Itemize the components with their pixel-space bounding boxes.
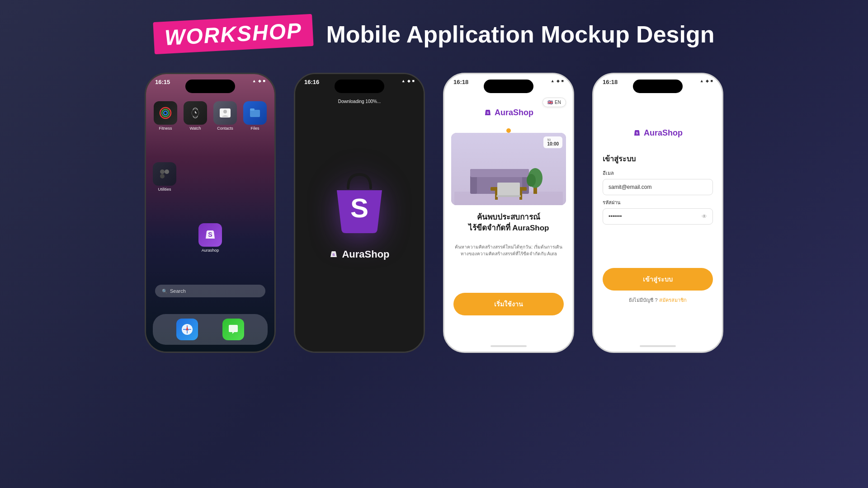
svg-text:S: S [636,131,638,135]
password-input[interactable]: ••••••• 👁 [603,208,713,225]
workshop-badge: WORKSHOP [153,14,313,54]
dynamic-island-3 [484,80,533,93]
svg-rect-34 [496,195,521,197]
phone-4: 16:18 ▲ ◆ ■ S AuraShop เข้าสู่ระบบ [592,73,723,353]
hero-time: 10:00 [547,141,559,146]
svg-point-11 [160,169,165,174]
phone-3: 16:18 ▲ ◆ ■ 🇬🇧 EN S AuraShop [443,73,574,353]
email-value: samit@email.com [609,184,652,190]
aurashop-app-icon: S [198,223,222,247]
downloading-text: Downloading 100%... [338,99,381,104]
page-title: Mobile Application Mockup Design [326,21,715,48]
svg-rect-10 [250,108,255,111]
wifi-icon-3: ◆ [557,79,560,83]
svg-point-12 [165,169,169,174]
utilities-row: Utilities [153,162,176,192]
phone2-time: 16:16 [304,79,319,85]
svg-text:S: S [208,231,212,238]
phone1-dock [153,314,268,345]
phone3-time: 16:18 [453,79,468,85]
app-contacts[interactable]: Contacts [212,101,238,131]
battery-icon: ■ [263,79,265,83]
hero-inner: 50 10:00 [451,133,566,205]
signal-icon-4: ▲ [700,79,704,83]
phone4-brand: S AuraShop [633,128,683,138]
email-input[interactable]: samit@email.com [603,179,713,195]
svg-text:S: S [487,111,489,114]
start-button[interactable]: เริ่มใช้งาน [453,293,564,315]
signup-link[interactable]: สมัครสมาชิก [659,297,687,303]
orange-dot [506,128,511,133]
flag-icon: 🇬🇧 [547,100,553,105]
phone4-background: 16:18 ▲ ◆ ■ S AuraShop เข้าสู่ระบบ [594,74,722,352]
search-text: Search [170,288,186,294]
app-fitness[interactable]: Fitness [153,101,178,131]
wifi-icon-4: ◆ [706,79,709,83]
battery-icon-4: ■ [711,79,713,83]
title-line2: ไร้ขีดจำกัดที่ AuraShop [451,223,566,234]
app-watch[interactable]: Watch [183,101,208,131]
dynamic-island-2 [335,80,384,93]
fitness-label: Fitness [159,126,172,131]
wifi-icon-2: ◆ [407,79,410,83]
dynamic-island-4 [633,80,683,93]
app-utilities[interactable]: Utilities [153,162,176,192]
utilities-icon [153,162,176,186]
no-account-text: ยังไม่มีบัญชี ? [629,297,657,303]
phone-2: 16:16 ▲ ◆ ■ Downloading 100%... [294,73,425,353]
hero-image: 50 10:00 [451,133,566,205]
phone2-brand: S AuraShop [329,249,389,260]
contacts-icon [213,101,237,125]
svg-text:S: S [350,193,368,223]
password-value: ••••••• [609,213,622,220]
svg-point-13 [160,174,165,178]
signal-icon: ▲ [252,79,256,83]
safari-dock-icon[interactable] [176,319,198,340]
phone1-app-grid: Fitness Watch [153,101,268,131]
phone3-brand: S AuraShop [484,108,533,117]
phone1-aurashop-app[interactable]: S Aurashop [198,223,222,253]
email-label: อีเมล [603,169,713,177]
phone2-brand-name: AuraShop [342,249,389,260]
phone4-time: 16:18 [603,79,618,85]
splash-bag: S [328,165,391,239]
phone3-background: 16:18 ▲ ◆ ■ 🇬🇧 EN S AuraShop [444,74,573,352]
title-line1: ค้นพบประสบการณ์ [451,212,566,223]
email-form-group: อีเมล samit@email.com [603,169,713,195]
hero-overlay-text: 50 [547,138,559,141]
battery-icon-3: ■ [561,79,564,83]
header: WORKSHOP Mobile Application Mockup Desig… [154,18,715,50]
phone1-search-bar[interactable]: 🔍 Search [155,285,265,297]
password-label: รหัสผ่าน [603,198,713,206]
svg-text:S: S [333,253,335,257]
dynamic-island [185,80,235,93]
app-files[interactable]: Files [242,101,268,131]
home-indicator-4 [640,345,676,347]
language-badge[interactable]: 🇬🇧 EN [542,98,566,107]
phone-1: 16:15 ▲ ◆ ■ [145,73,276,353]
messages-dock-icon[interactable] [222,319,244,340]
phone4-brand-name: AuraShop [644,128,683,138]
svg-point-2 [164,111,167,115]
svg-point-1 [162,109,169,117]
utilities-label: Utilities [158,187,171,192]
watch-icon [184,101,207,125]
onboarding-subtitle: ค้นหาความคิดสร้างสรรค์ใหม่ได้ทุกวัน: เริ… [453,244,564,257]
eye-icon[interactable]: 👁 [702,213,707,220]
contacts-label: Contacts [217,126,233,131]
phone1-time: 16:15 [155,79,170,85]
wifi-icon: ◆ [258,79,261,83]
onboarding-title: ค้นพบประสบการณ์ ไร้ขีดจำกัดที่ AuraShop [451,212,566,234]
battery-icon-2: ■ [412,79,415,83]
fitness-icon [154,101,177,125]
login-button[interactable]: เข้าสู่ระบบ [603,268,713,291]
phones-container: 16:15 ▲ ◆ ■ [145,73,723,353]
search-icon: 🔍 [162,289,167,294]
watch-label: Watch [189,126,201,131]
password-form-group: รหัสผ่าน ••••••• 👁 [603,198,713,225]
files-icon [243,101,267,125]
svg-rect-26 [470,169,529,177]
phone2-background: 16:16 ▲ ◆ ■ Downloading 100%... [295,74,424,352]
svg-rect-33 [497,183,520,196]
svg-point-32 [527,174,536,187]
